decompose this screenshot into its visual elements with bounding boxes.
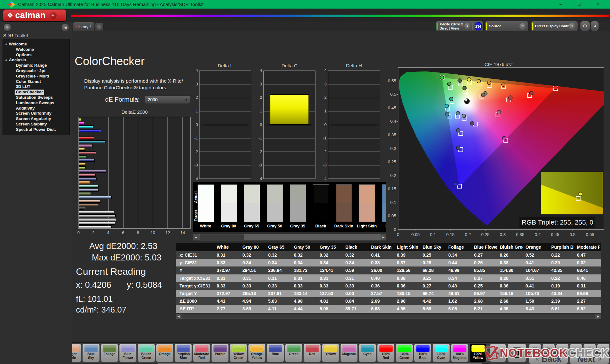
meter-dropdown[interactable]: X-Rite i1Pro 2 Direct View ▼ 234	[436, 21, 483, 31]
close-button[interactable]: ✕	[588, 0, 607, 9]
patch-button-orange[interactable]: Orange	[156, 344, 173, 362]
measured-marker-magenta	[497, 110, 501, 114]
patch-button-100-blue[interactable]: 100%Blue	[414, 344, 431, 362]
meter-name: X-Rite i1Pro 2	[439, 22, 463, 26]
sidebar-item-welcome[interactable]: ◢Welcome	[3, 42, 70, 47]
patch-button-100-magenta[interactable]: 100%Magenta	[451, 344, 468, 362]
stop-measure-button[interactable]	[507, 344, 526, 362]
de-formula-label: dE Formula:	[105, 96, 140, 103]
de-bar-black	[79, 207, 85, 210]
de-bar-purplish-blue	[79, 178, 97, 180]
measured-marker-purplish-blue	[456, 146, 460, 150]
add-tab-button[interactable]: +	[95, 23, 103, 31]
chevron-down-icon: ▼	[464, 23, 471, 30]
scroll-left-icon: ◀	[176, 314, 181, 319]
patch-button-green[interactable]: Green	[285, 344, 302, 362]
chevron-left-icon: ◀	[594, 24, 596, 28]
sidebar-item-3d-lut[interactable]: 3D LUT	[3, 84, 70, 90]
sidebar-item-colorchecker[interactable]: ColorChecker	[3, 90, 70, 95]
patch-button-blue-sky[interactable]: BlueSky	[82, 344, 100, 362]
column-header: Purplish Blue	[548, 243, 574, 251]
patch-button-moderate-red[interactable]: ModerateRed	[193, 344, 210, 362]
de-bar-100-red	[79, 137, 94, 139]
tab-history[interactable]: History 1	[73, 22, 94, 31]
sidebar-item-saturation-sweeps[interactable]: Saturation Sweeps	[3, 95, 70, 100]
sidebar-item-color-gamut[interactable]: Color Gamut	[3, 79, 70, 84]
patch-button-bluish-green[interactable]: BluishGreen	[138, 344, 155, 362]
sidebar-item-options[interactable]: Options	[3, 52, 70, 58]
meter-mode: Direct View	[439, 26, 459, 30]
de-bar-100-cyan	[79, 125, 93, 128]
minimize-button[interactable]: –	[552, 0, 570, 9]
patch-button-blue-flower[interactable]: BlueFlower	[119, 344, 137, 362]
source-status-bar	[486, 23, 487, 30]
sidebar-collapse-icon[interactable]: ◀	[62, 24, 69, 31]
sidebar-item-grayscale-2pt[interactable]: Grayscale - 2pt	[3, 68, 70, 74]
patch-button-foliage[interactable]: Foliage	[101, 344, 118, 362]
panel-collapse-button[interactable]: ◀	[591, 21, 599, 31]
patch-button-purple[interactable]: Purple	[211, 344, 229, 362]
back-button[interactable]: « Back	[529, 354, 568, 364]
meter-control-button-4[interactable]: ◉	[583, 344, 596, 353]
patch-button-magenta[interactable]: Magenta	[340, 344, 358, 362]
patch-button-yellow[interactable]: Yellow	[322, 344, 339, 362]
patch-color-chip	[72, 345, 79, 352]
swatch-scrollbar[interactable]: ◀ ▶	[193, 234, 386, 240]
de-formula-select[interactable]: 2000▼	[145, 95, 190, 104]
chevron-down-icon: ▼	[519, 23, 526, 30]
reading-y: y: 0.5084	[127, 280, 162, 290]
patch-button-light-skin[interactable]: LightSkin	[72, 344, 81, 362]
sidebar-options-button[interactable]	[4, 24, 11, 31]
patch-button-purplish-blue[interactable]: PurplishBlue	[174, 344, 192, 362]
patch-button-cyan[interactable]: Cyan	[359, 344, 376, 362]
tree-expand-icon: ◢	[5, 42, 8, 47]
sidebar-item-grayscale-multi[interactable]: Grayscale - Multi	[3, 74, 70, 79]
meter-control-button-2[interactable]: ‥	[556, 344, 569, 353]
meter-control-button-5[interactable]: ◠	[597, 344, 610, 353]
meter-control-button-3[interactable]: ∞	[570, 344, 582, 353]
sidebar-item-analysis[interactable]: ◢Analysis	[3, 57, 70, 63]
sidebar-item-screen-angularity[interactable]: Screen Angularity	[3, 116, 70, 122]
toolbar-scrollbar[interactable]	[72, 363, 489, 364]
meter-control-button-1[interactable]: ▶	[542, 344, 555, 353]
delta_l-chart	[199, 71, 251, 179]
workflow-dropdown[interactable]: Direct Display Control ▼	[531, 21, 578, 31]
patch-color-chip	[158, 345, 172, 352]
spectrum-divider	[71, 15, 609, 17]
sidebar-item-spectral-power-dist-[interactable]: Spectral Power Dist.	[3, 127, 70, 132]
chevron-double-left-icon: «	[535, 355, 539, 363]
main-content: ColorChecker Display analysis is perform…	[72, 31, 610, 342]
next-button[interactable]: Next »	[569, 354, 609, 364]
target-marker-100-blue	[458, 184, 462, 188]
column-header: Light Skin	[394, 243, 420, 251]
sidebar-item-screen-stability[interactable]: Screen Stability	[3, 122, 70, 127]
stop-icon	[512, 347, 522, 358]
sidebar-item-welcome[interactable]: Welcome	[3, 47, 70, 52]
patch-button-orange-yellow[interactable]: OrangeYellow	[248, 344, 266, 362]
patch-button-100-cyan[interactable]: 100%Cyan	[432, 344, 450, 362]
maximize-button[interactable]: □	[570, 0, 588, 9]
sidebar-item-luminance-sweeps[interactable]: Luminance Sweeps	[3, 100, 70, 106]
patch-button-100-green[interactable]: 100%Green	[396, 344, 413, 362]
patch-color-chip	[250, 345, 264, 352]
meter-control-button-0[interactable]: ▣	[529, 344, 541, 353]
calman-menu-button[interactable]: ❖ calman ▼	[3, 10, 66, 21]
table-row: y: CIE310.330.340.340.340.340.340.380.37…	[176, 259, 601, 266]
swatch-light-skin	[359, 185, 375, 222]
settings-button[interactable]: ⚙	[580, 21, 590, 31]
toolbar-expand-button[interactable]: ▲	[490, 344, 506, 362]
sidebar-item-additivity[interactable]: Additivity	[3, 106, 70, 111]
de-bar-magenta	[79, 144, 92, 147]
chevron-up-icon: ▲	[496, 350, 500, 355]
table-scrollbar[interactable]: ◀ ▶	[176, 314, 601, 319]
source-dropdown[interactable]: Source ▼	[485, 21, 528, 31]
patch-button-yellow-green[interactable]: YellowGreen	[230, 344, 247, 362]
swatch-gray-80	[221, 185, 237, 222]
de-bar-gray-35	[79, 211, 114, 214]
patch-button-red[interactable]: Red	[303, 344, 321, 362]
patch-button-100-yellow[interactable]: 100%Yellow	[469, 344, 487, 362]
patch-button-100-red[interactable]: 100%Red	[377, 344, 395, 362]
sidebar-item-dynamic-range[interactable]: Dynamic Range	[3, 63, 70, 68]
patch-button-blue[interactable]: Blue	[267, 344, 284, 362]
sidebar-item-screen-uniformity[interactable]: Screen Uniformity	[3, 111, 70, 116]
